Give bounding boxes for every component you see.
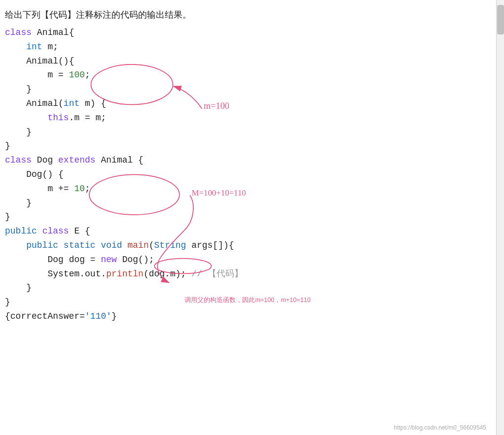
code-pre: class Animal{ int m; Animal(){ m = 100; … [5, 26, 496, 324]
scrollbar-thumb[interactable] [497, 5, 504, 34]
main-container: 给出下列【代码】注释标注的代码的输出结果。 class Animal{ int … [0, 0, 504, 435]
question-text: 给出下列【代码】注释标注的代码的输出结果。 [5, 9, 496, 21]
watermark: https://blog.csdn.net/m0_56609545 [394, 424, 486, 431]
scrollbar[interactable] [496, 0, 504, 435]
content-area: 给出下列【代码】注释标注的代码的输出结果。 class Animal{ int … [0, 0, 496, 435]
code-block: class Animal{ int m; Animal(){ m = 100; … [5, 26, 496, 324]
